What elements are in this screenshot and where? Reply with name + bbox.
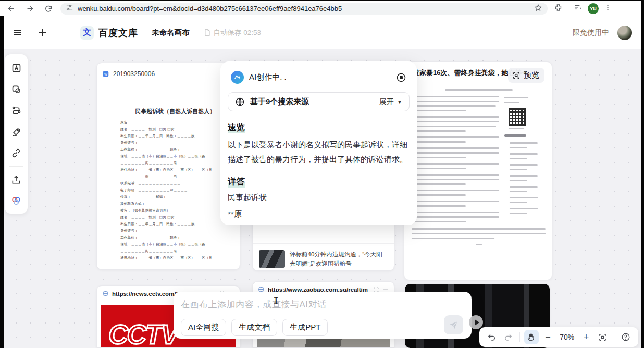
form-line: 通讯地址：＿＿＿省（市）自治区＿＿市（区）＿＿区（县 [120, 255, 230, 262]
wenku-logo: 文 [80, 26, 94, 40]
view-controls: − 70% + [479, 327, 638, 347]
preview-scan-icon [512, 71, 521, 80]
detail-heading: 详答 [228, 176, 245, 188]
form-line: ＿＿＿＿＿＿＿街＿＿＿＿＿＿＿号 [120, 173, 230, 180]
form-line: ＿＿＿＿＿＿＿街＿＿＿＿＿＿＿号 [120, 248, 230, 255]
brand-name: 百度文库 [98, 27, 138, 39]
browser-profile-avatar[interactable]: YU [588, 3, 599, 14]
zoom-level[interactable]: 70% [557, 333, 577, 341]
text-tool-icon[interactable] [8, 59, 24, 76]
form-line: 住址：＿＿＿省（市）自治区＿＿市（区）＿＿区（县 [120, 153, 230, 160]
site-settings-icon[interactable] [66, 4, 73, 14]
preview-button[interactable]: 预览 [508, 68, 544, 83]
article-card[interactable]: 被家暴16次、需终身挂粪袋，她在等一… 预览 [404, 61, 552, 280]
form-line: 出生日期：＿＿年＿月＿日 民族：＿＿＿＿族 [120, 221, 230, 228]
redo-icon[interactable] [501, 330, 516, 344]
preview-label: 预览 [524, 70, 539, 80]
help-icon[interactable] [618, 330, 633, 344]
divider [519, 332, 520, 342]
form-line: ＿＿＿＿＿＿＿街＿＿＿＿＿＿＿号 [120, 160, 230, 167]
ai-generation-panel: AI创作中. . 基于9个搜索来源 展开 ▼ 速览 以下是以受暴者小谢的名义拟写… [220, 61, 417, 225]
word-doc-icon: W [102, 70, 109, 78]
autosave-doc-icon [203, 29, 211, 36]
play-button[interactable] [469, 315, 483, 329]
reload-icon[interactable] [41, 3, 56, 15]
sidebar-heading-bar [504, 134, 526, 137]
menu-dots-icon[interactable] [604, 4, 612, 14]
form-line: 身份证号：＿＿＿＿＿＿＿＿＿ [120, 140, 230, 146]
form-line: 姓名：＿＿＿＿ 性别：□男 □女 [120, 214, 230, 221]
app-header: 文 百度文库 未命名画布 自动保存 02:53 限免使用中 [0, 16, 641, 49]
address-bar[interactable]: wenku.baidu.com/board?pt=em&docId=d3d480… [60, 3, 548, 15]
upload-tool-icon[interactable] [8, 171, 24, 188]
link-tool-icon[interactable] [8, 145, 24, 161]
sources-summary: 基于9个搜索来源 [250, 97, 379, 107]
form-line: 电子邮箱：＿＿＿＿＿＿＿＿＿＠＿＿＿＿ [120, 187, 230, 194]
article-sidebar [504, 96, 546, 227]
document-card-complaint-form[interactable]: W 201903250006 民事起诉状（自然人诉自然人） 原告：姓名：＿＿＿＿… [96, 63, 240, 270]
link-globe-icon [102, 290, 109, 297]
send-plane-icon [449, 320, 459, 330]
form-line: 联系电话：＿＿＿＿＿＿＿＿＿＿＿＿ [120, 180, 230, 187]
form-line: 出生日期：＿＿年＿月＿日 民族：＿＿＿＿族 [120, 133, 230, 140]
browser-panel-icon[interactable] [574, 3, 583, 14]
extensions-icon[interactable] [554, 3, 563, 14]
shapes-tool-icon[interactable] [8, 81, 24, 97]
qr-code [509, 108, 526, 126]
form-line: 身份证号：＿＿＿＿＿＿＿＿ [120, 228, 230, 234]
frame-edge [0, 0, 641, 1]
quick-action-button[interactable]: 生成文档 [231, 319, 277, 336]
connector-tool-icon[interactable] [8, 102, 24, 119]
article-page [410, 85, 548, 280]
quick-view-heading: 速览 [228, 122, 245, 133]
ai-status-text: AI创作中. . [249, 72, 396, 82]
quick-action-button[interactable]: AI全网搜 [181, 319, 226, 336]
bookmark-star-icon[interactable] [534, 4, 542, 14]
plan-status-badge[interactable]: 限免使用中 [573, 28, 609, 38]
ai-apps-tool-icon[interactable] [8, 193, 24, 209]
url-text[interactable]: wenku.baidu.com/board?pt=em&docId=d3d480… [78, 5, 534, 13]
article-text-column [412, 96, 499, 227]
form-line: 姓名：＿＿＿＿ 性别：□男 □女 [120, 126, 230, 133]
form-line: 住址：＿＿＿省（市）自治区＿＿市（区）＿＿区（县 [120, 241, 230, 248]
undo-icon[interactable] [485, 330, 499, 344]
autosave-status: 自动保存 02:53 [203, 28, 262, 38]
composer-input[interactable]: 在画布上添加内容，或直接与AI对话 [181, 299, 464, 310]
form-line: 被告：（如有其他被告请另列） [120, 207, 230, 214]
detail-line: **原 [228, 209, 410, 219]
canvas-title[interactable]: 未命名画布 [152, 28, 190, 38]
toolbar-divider [9, 166, 23, 167]
text-cursor: I [273, 295, 279, 306]
side-toolbar [5, 54, 28, 214]
form-line: 工作单位：＿＿＿＿＿＿＿＿ 职务：＿＿＿ [120, 146, 230, 153]
search-sources-pill[interactable]: 基于9个搜索来源 展开 ▼ [228, 92, 410, 111]
complaint-form-page: 民事起诉状（自然人诉自然人） 原告：姓名：＿＿＿＿ 性别：□男 □女出生日期：＿… [97, 83, 240, 262]
user-avatar[interactable] [617, 26, 632, 40]
expand-label[interactable]: 展开 [379, 97, 394, 107]
zoom-out-icon[interactable]: − [541, 330, 555, 344]
quick-view-text: 以下是以受暴者小谢的名义拟写的民事起诉状，详细描述了被告的暴力行为，并提出了具体… [228, 138, 410, 167]
pen-tool-icon[interactable] [8, 123, 24, 140]
forward-icon[interactable] [22, 3, 38, 15]
fit-screen-icon[interactable] [596, 330, 610, 344]
form-line: 原告： [120, 119, 230, 126]
news-thumbnail [259, 250, 285, 268]
form-lines: 原告：姓名：＿＿＿＿ 性别：□男 □女出生日期：＿＿年＿月＿日 民族：＿＿＿＿族… [120, 119, 230, 262]
new-canvas-icon[interactable] [33, 24, 51, 42]
document-id: 201903250006 [113, 70, 221, 78]
globe-icon [235, 97, 245, 107]
zoom-in-icon[interactable]: + [579, 330, 593, 344]
back-icon[interactable] [3, 3, 19, 15]
divider [568, 5, 568, 13]
hand-tool-icon[interactable] [524, 330, 539, 344]
cctv-logo-text: CCTV [108, 319, 178, 347]
send-button[interactable] [444, 315, 463, 334]
quick-actions: AI全网搜生成文档生成PPT [181, 319, 464, 336]
chevron-down-icon[interactable]: ▼ [397, 99, 402, 105]
form-line: 居住地址：＿＿＿省（市）自治区＿＿市（区）＿＿区（县 [120, 167, 230, 173]
stop-generation-icon[interactable] [396, 72, 406, 83]
form-line: 传真：＿＿＿＿＿＿ 邮编：＿＿＿＿＿＿ [120, 194, 230, 201]
quick-action-button[interactable]: 生成PPT [282, 319, 328, 336]
menu-hamburger-icon[interactable] [8, 24, 26, 42]
screen: wenku.baidu.com/board?pt=em&docId=d3d480… [0, 0, 644, 348]
